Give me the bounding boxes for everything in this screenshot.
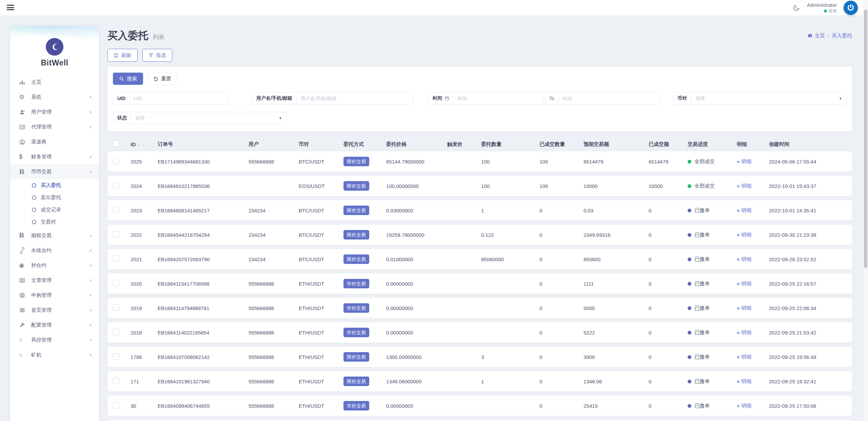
sidebar-item-label: 渠道商	[31, 139, 92, 145]
cell-order-type: 市价交易	[343, 303, 386, 313]
cell-user: 234234	[249, 232, 299, 238]
cell-filled-amount: 0	[539, 208, 584, 213]
select-all-checkbox[interactable]	[113, 140, 119, 147]
sidebar-item-15[interactable]: ○矿机‹	[10, 347, 99, 362]
table-body: 2025EB1714989344681330555666888BTC/USDT限…	[107, 151, 852, 421]
status-dot-icon	[688, 282, 691, 286]
chevron-icon: ‹	[90, 307, 92, 313]
sidebar-item-0[interactable]: 主页	[10, 75, 99, 90]
dark-mode-icon[interactable]	[793, 4, 800, 12]
sidebar-item-3[interactable]: 代理管理‹	[10, 119, 99, 134]
sidebar-item-7[interactable]: Ƀ期权交易‹	[10, 228, 99, 243]
detail-link[interactable]: »明细	[737, 232, 751, 237]
sidebar-item-4[interactable]: 渠道商	[10, 134, 99, 149]
breadcrumb-home-link[interactable]: 主页	[807, 33, 825, 39]
cell-id: 2019	[131, 305, 158, 311]
cell-price: 0.01000000	[386, 256, 447, 262]
status-select[interactable]: 选择 ▼	[131, 112, 286, 124]
cell-pair: BTC/USDT	[299, 256, 343, 262]
sidebar-item-12[interactable]: 首页管理‹	[10, 303, 99, 318]
cell-id: 171	[131, 379, 158, 384]
vertical-scrollbar[interactable]	[863, 0, 868, 421]
detail-link[interactable]: »明细	[737, 378, 751, 384]
sidebar-item-11[interactable]: 申购管理‹	[10, 288, 99, 303]
sidebar-item-14[interactable]: ○风控管理‹	[10, 332, 99, 347]
avatar[interactable]	[844, 1, 858, 15]
row-checkbox[interactable]	[113, 182, 119, 189]
order-type-badge: 限价交易	[343, 206, 369, 215]
row-checkbox[interactable]	[113, 329, 119, 335]
row-checkbox[interactable]	[113, 207, 119, 213]
column-header[interactable]: ID↑	[131, 141, 158, 147]
sidebar-subitem-6-3[interactable]: 交易对	[10, 216, 99, 228]
filter-button[interactable]: 筛选	[142, 49, 172, 62]
search-button[interactable]: 搜索	[113, 73, 143, 85]
user-menu[interactable]: Administrator 在线	[807, 2, 837, 14]
sidebar-subitem-6-0[interactable]: 买入委托	[10, 179, 99, 191]
sidebar-item-label: 矿机	[31, 352, 90, 358]
sidebar-item-8[interactable]: 永续合约‹	[10, 243, 99, 258]
cell-order-no: EB1714989344681330	[158, 159, 249, 165]
cell-progress: 已撤单	[688, 232, 737, 238]
sidebar-item-1[interactable]: ⚙系统‹	[10, 90, 99, 104]
sidebar-item-2[interactable]: 用户管理‹	[10, 104, 99, 119]
time-end-input[interactable]	[559, 93, 660, 104]
refresh-button[interactable]: 刷新	[107, 49, 138, 62]
chevron-icon: ‹	[90, 337, 92, 343]
row-checkbox[interactable]	[113, 255, 119, 262]
row-checkbox[interactable]	[113, 231, 119, 237]
chevron-icon: ‹	[90, 277, 92, 283]
sidebar-item-9[interactable]: ◉秒合约‹	[10, 258, 99, 273]
reset-button[interactable]: 重置	[147, 73, 177, 85]
cell-detail: »明细	[737, 281, 769, 287]
cell-created: 2022-09-25 17:50:06	[769, 403, 847, 409]
row-checkbox[interactable]	[113, 280, 119, 286]
scrollbar-thumb[interactable]	[864, 9, 867, 268]
user-input[interactable]	[297, 93, 413, 104]
cell-expected-total: 3900	[584, 354, 649, 360]
detail-link[interactable]: »明细	[737, 183, 751, 189]
row-checkbox[interactable]	[113, 402, 119, 408]
detail-link[interactable]: »明细	[737, 256, 751, 262]
circle-icon	[32, 220, 36, 224]
row-checkbox[interactable]	[113, 353, 119, 360]
cell-created: 2022-09-25 22:06:34	[769, 305, 847, 311]
table-row: 2018EB1664114022165854555666888ETH/USDT市…	[107, 322, 852, 343]
sidebar-item-label: 财务管理	[31, 154, 90, 160]
row-checkbox[interactable]	[113, 158, 119, 164]
detail-link[interactable]: »明细	[737, 207, 751, 213]
detail-link[interactable]: »明细	[737, 329, 751, 335]
sidebar-item-5[interactable]: $财务管理‹	[10, 149, 99, 164]
sidebar-subitem-6-1[interactable]: 卖出委托	[10, 191, 99, 204]
detail-link[interactable]: »明细	[737, 281, 751, 286]
time-start-input[interactable]	[454, 93, 543, 104]
circle-icon	[32, 183, 36, 188]
cell-amount: 1	[481, 379, 539, 384]
cell-progress: 已撤单	[688, 256, 737, 263]
chevron-icon: ‹	[90, 322, 92, 328]
pair-select[interactable]: 选择 ▼	[691, 93, 846, 104]
cell-filled-total: 0	[649, 208, 688, 213]
uid-input[interactable]	[130, 93, 228, 104]
sidebar-item-10[interactable]: 文章管理‹	[10, 273, 99, 288]
row-checkbox[interactable]	[113, 378, 119, 384]
row-checkbox[interactable]	[113, 304, 119, 311]
menu-toggle-icon[interactable]	[7, 5, 14, 12]
newspaper-icon	[19, 277, 31, 284]
sidebar-item-6[interactable]: B币币交易‹	[10, 164, 99, 179]
detail-link[interactable]: »明细	[737, 403, 751, 408]
cell-id: 2018	[131, 330, 158, 336]
detail-link[interactable]: »明细	[737, 158, 751, 164]
detail-link[interactable]: »明细	[737, 305, 751, 311]
cell-id: 1788	[131, 354, 158, 360]
sidebar-item-13[interactable]: 配置管理‹	[10, 318, 99, 332]
undo-icon	[153, 76, 158, 81]
chevron-down-icon: ▼	[279, 116, 282, 120]
list-icon	[19, 307, 31, 313]
sidebar-subitem-6-2[interactable]: 成交记录	[10, 204, 99, 216]
user-filter-group: 用户名/手机/邮箱	[252, 92, 413, 104]
cell-amount: 100	[481, 183, 539, 189]
user-circle-icon	[19, 139, 31, 145]
detail-link[interactable]: »明细	[737, 354, 751, 360]
cell-progress: 已撤单	[688, 403, 737, 409]
